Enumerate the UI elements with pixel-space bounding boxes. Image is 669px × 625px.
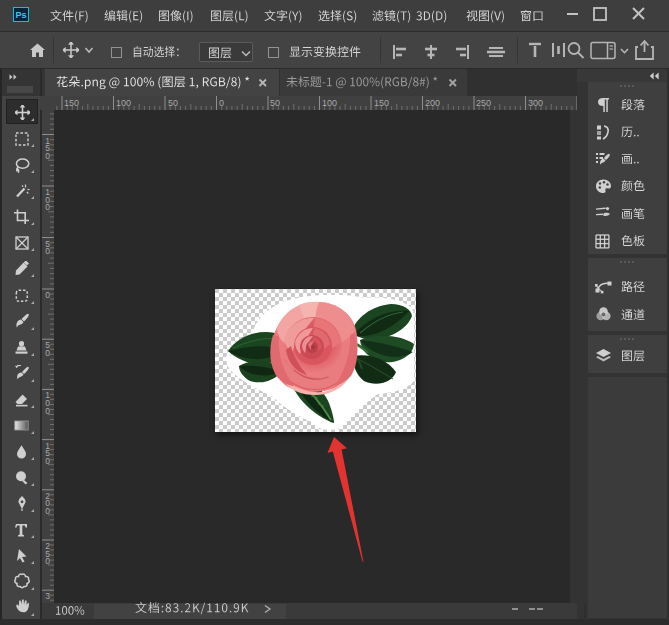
svg-text:0: 0 [45, 406, 50, 416]
svg-text:0: 0 [45, 456, 50, 466]
svg-text:3: 3 [45, 591, 50, 601]
svg-text:0: 0 [45, 506, 50, 516]
svg-text:0: 0 [45, 290, 50, 300]
svg-text:0: 0 [45, 151, 50, 161]
svg-text:0: 0 [45, 202, 50, 212]
svg-text:0: 0 [45, 348, 50, 358]
svg-text:0: 0 [45, 556, 50, 566]
svg-text:0: 0 [45, 246, 50, 256]
